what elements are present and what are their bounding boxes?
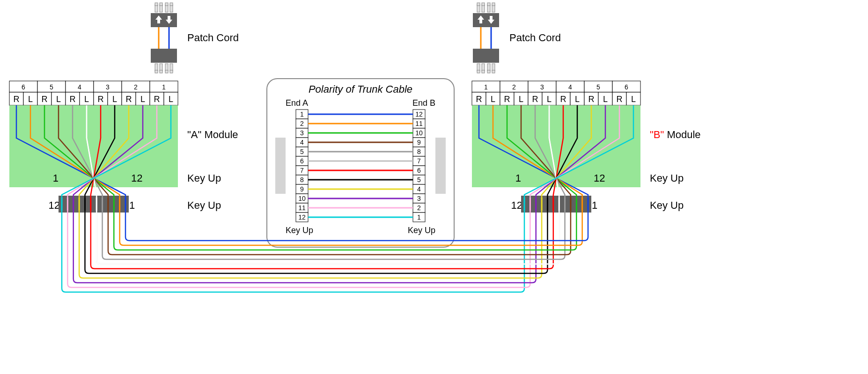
- svg-text:1: 1: [484, 83, 488, 91]
- svg-text:12: 12: [594, 172, 605, 184]
- svg-text:7: 7: [417, 157, 421, 165]
- svg-text:3: 3: [300, 129, 304, 137]
- svg-rect-133: [170, 70, 173, 73]
- svg-text:R: R: [42, 95, 48, 104]
- svg-text:End B: End B: [412, 98, 435, 108]
- svg-rect-141: [487, 3, 490, 6]
- svg-rect-101: [521, 196, 591, 213]
- svg-rect-125: [151, 49, 177, 63]
- svg-rect-114: [151, 13, 177, 27]
- svg-text:2: 2: [417, 204, 421, 212]
- svg-text:7: 7: [300, 167, 304, 174]
- svg-rect-127: [155, 70, 158, 73]
- svg-rect-150: [482, 70, 485, 73]
- svg-text:R: R: [588, 95, 595, 104]
- svg-text:12: 12: [415, 110, 423, 118]
- svg-rect-137: [477, 3, 480, 6]
- svg-text:12: 12: [49, 199, 60, 211]
- svg-rect-154: [492, 70, 495, 73]
- svg-text:10: 10: [298, 195, 306, 202]
- svg-text:R: R: [126, 95, 132, 104]
- svg-text:1: 1: [592, 199, 597, 211]
- svg-rect-135: [473, 13, 499, 27]
- svg-text:3: 3: [417, 195, 421, 202]
- svg-text:5: 5: [417, 176, 421, 183]
- svg-text:1: 1: [515, 172, 521, 184]
- svg-text:5: 5: [300, 148, 304, 155]
- svg-text:6: 6: [417, 167, 421, 174]
- svg-text:R: R: [154, 95, 160, 104]
- svg-text:L: L: [491, 95, 495, 104]
- svg-text:5: 5: [50, 83, 53, 91]
- svg-text:8: 8: [300, 176, 304, 183]
- svg-text:L: L: [575, 95, 580, 104]
- svg-text:4: 4: [417, 185, 421, 193]
- svg-rect-143: [492, 3, 495, 6]
- svg-text:6: 6: [625, 83, 628, 91]
- svg-text:2: 2: [134, 83, 138, 91]
- svg-rect-146: [473, 49, 499, 63]
- svg-text:L: L: [84, 95, 89, 104]
- svg-rect-152: [487, 70, 490, 73]
- svg-rect-131: [165, 70, 168, 73]
- svg-text:Polarity of Trunk Cable: Polarity of Trunk Cable: [309, 83, 412, 95]
- svg-text:11: 11: [298, 204, 306, 212]
- svg-text:1: 1: [129, 199, 135, 211]
- svg-text:1: 1: [162, 83, 166, 91]
- svg-rect-116: [155, 3, 158, 6]
- svg-text:R: R: [98, 95, 104, 104]
- svg-rect-129: [160, 70, 162, 73]
- svg-text:L: L: [631, 95, 636, 104]
- svg-text:L: L: [140, 95, 145, 104]
- svg-rect-160: [275, 138, 286, 194]
- svg-rect-120: [165, 3, 168, 6]
- svg-rect-161: [435, 138, 446, 194]
- svg-text:"A" Module: "A" Module: [187, 129, 238, 140]
- svg-text:R: R: [476, 95, 482, 104]
- svg-text:12: 12: [298, 213, 306, 221]
- svg-text:"B" Module: "B" Module: [650, 129, 701, 140]
- svg-text:2: 2: [512, 83, 516, 91]
- svg-text:4: 4: [300, 139, 304, 146]
- svg-rect-44: [59, 196, 129, 213]
- svg-text:6: 6: [300, 157, 304, 165]
- svg-rect-122: [170, 3, 173, 6]
- svg-text:R: R: [560, 95, 566, 104]
- svg-text:1: 1: [417, 213, 421, 221]
- svg-text:3: 3: [540, 83, 544, 91]
- svg-text:3: 3: [106, 83, 110, 91]
- svg-text:R: R: [532, 95, 538, 104]
- svg-text:Key Up: Key Up: [408, 226, 435, 235]
- svg-text:4: 4: [568, 83, 572, 91]
- svg-text:1: 1: [300, 110, 304, 118]
- svg-text:L: L: [112, 95, 117, 104]
- svg-text:R: R: [504, 95, 510, 104]
- svg-text:8: 8: [417, 148, 421, 155]
- svg-text:Key Up: Key Up: [187, 199, 221, 211]
- svg-text:12: 12: [131, 172, 142, 184]
- svg-text:L: L: [547, 95, 552, 104]
- svg-text:L: L: [28, 95, 33, 104]
- svg-text:10: 10: [415, 129, 423, 137]
- svg-text:Key Up: Key Up: [286, 226, 313, 235]
- svg-text:4: 4: [78, 83, 81, 91]
- svg-text:R: R: [617, 95, 623, 104]
- svg-text:12: 12: [511, 199, 522, 211]
- svg-text:Key Up: Key Up: [650, 172, 684, 184]
- svg-text:L: L: [519, 95, 523, 104]
- svg-rect-148: [477, 70, 480, 73]
- svg-text:Patch Cord: Patch Cord: [509, 32, 561, 44]
- svg-text:9: 9: [300, 185, 304, 193]
- fiber-polarity-diagram: 654321RLRLRLRLRLRL"A" Module112Key Up121…: [0, 0, 868, 374]
- svg-rect-118: [160, 3, 162, 6]
- svg-text:L: L: [169, 95, 173, 104]
- svg-text:6: 6: [22, 83, 25, 91]
- svg-text:R: R: [70, 95, 76, 104]
- svg-rect-139: [482, 3, 485, 6]
- svg-text:R: R: [14, 95, 20, 104]
- svg-text:End A: End A: [286, 98, 308, 108]
- svg-text:L: L: [56, 95, 61, 104]
- svg-text:9: 9: [417, 139, 421, 146]
- svg-text:Key Up: Key Up: [650, 199, 684, 211]
- svg-text:Patch Cord: Patch Cord: [187, 32, 239, 44]
